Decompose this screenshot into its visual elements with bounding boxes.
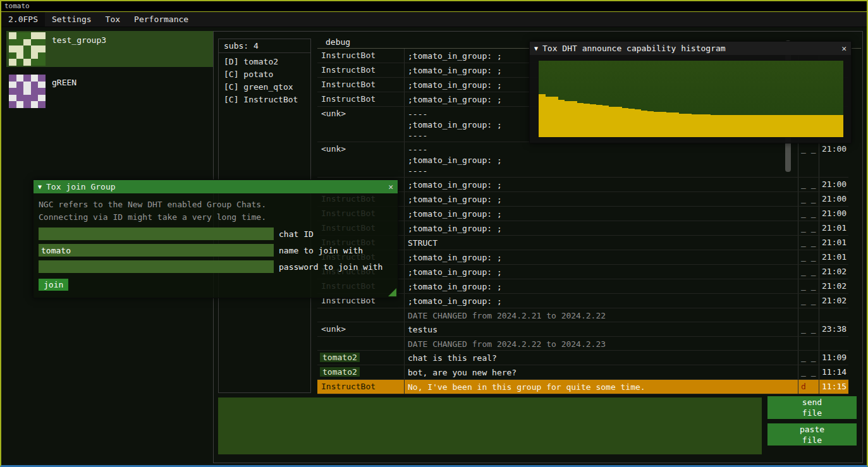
menu-tox[interactable]: Tox <box>99 12 127 27</box>
message-text: DATE CHANGED from 2024.2.22 to 2024.2.23 <box>404 337 798 350</box>
message-row[interactable]: <unk>---- ;tomato_in_group: ; ----_ _21:… <box>317 142 848 178</box>
join-password-label: password to join with <box>279 262 382 272</box>
group-list-item[interactable]: test_group3 <box>6 31 213 67</box>
message-flags: _ _ <box>798 250 819 264</box>
join-window-titlebar[interactable]: ▼ Tox join Group ✕ <box>34 180 398 193</box>
chat-id-label: chat ID <box>279 229 314 239</box>
title-bar[interactable]: tomato <box>1 1 867 12</box>
join-name-input[interactable] <box>39 244 274 257</box>
join-password-row: password to join with <box>39 260 393 273</box>
app-window: tomato 2.0FPS Settings Tox Performance t… <box>0 0 868 467</box>
system-message-row[interactable]: DATE CHANGED from 2024.2.21 to 2024.2.22 <box>317 308 848 322</box>
message-flags: _ _ <box>798 178 819 191</box>
message-text: bot, are you new here? <box>404 365 798 379</box>
message-text: ;tomato_in_group: ; <box>404 265 798 279</box>
collapse-icon[interactable]: ▼ <box>534 45 538 52</box>
sender-name: <unk> <box>320 109 347 118</box>
message-sender: <unk> <box>317 322 404 336</box>
message-sender: <unk> <box>317 142 404 177</box>
histogram-window: ▼ Tox DHT announce capability histogram … <box>529 41 852 143</box>
resize-grip-icon[interactable] <box>388 288 396 296</box>
tab-debug[interactable]: debug <box>317 36 358 49</box>
join-name-row: name to join with <box>39 244 393 257</box>
message-flags: _ _ <box>798 207 819 221</box>
message-sender: tomato2 <box>317 365 404 379</box>
message-row[interactable]: tomato2bot, are you new here?_ _11:14 <box>317 365 848 380</box>
member-list-item[interactable]: [C] green_qtox <box>219 81 310 94</box>
message-time: 21:01 <box>819 236 848 250</box>
member-list-item[interactable]: [C] potato <box>219 68 310 81</box>
join-name-label: name to join with <box>279 246 363 255</box>
histogram-window-title: Tox DHT announce capability histogram <box>542 44 837 53</box>
message-time: 21:02 <box>819 279 848 293</box>
histogram-plot <box>538 60 844 138</box>
member-list-item[interactable]: [C] InstructBot <box>219 94 310 106</box>
message-text: ;tomato_in_group: ; <box>404 178 798 191</box>
message-flags: _ _ <box>798 142 819 177</box>
histogram-window-titlebar[interactable]: ▼ Tox DHT announce capability histogram … <box>530 42 851 55</box>
message-sender: tomato2 <box>317 351 404 365</box>
close-icon[interactable]: ✕ <box>388 182 393 191</box>
message-text: testus <box>404 322 798 336</box>
window-title: tomato <box>4 2 30 10</box>
join-button[interactable]: join <box>39 279 68 291</box>
message-time: 21:01 <box>819 221 848 235</box>
join-info-line-2: Connecting via ID might take a very long… <box>39 211 393 224</box>
message-time <box>819 308 848 322</box>
message-time: 11:15 <box>819 380 848 394</box>
message-sender: InstructBot <box>317 380 404 394</box>
member-list-item[interactable]: [D] tomato2 <box>219 56 310 68</box>
join-password-input[interactable] <box>39 260 274 273</box>
subs-count: subs: 4 <box>219 39 310 53</box>
message-time: 21:00 <box>819 178 848 191</box>
paste-file-button[interactable]: paste file <box>767 423 857 446</box>
sender-name: InstructBot <box>320 51 377 60</box>
message-text: STRUCT <box>404 236 798 250</box>
message-row[interactable]: <unk>testus_ _23:38 <box>317 322 848 337</box>
message-text: ---- ;tomato_in_group: ; ---- <box>404 142 798 177</box>
message-time: 21:01 <box>819 250 848 264</box>
join-info-line-1: NGC refers to the New DHT enabled Group … <box>39 198 393 211</box>
message-text: ;tomato_in_group: ; <box>404 207 798 221</box>
message-row[interactable]: InstructBotNo, I've been in this group f… <box>317 380 848 394</box>
message-sender <box>317 308 404 322</box>
message-time: 11:14 <box>819 365 848 379</box>
message-flags: _ _ <box>798 265 819 279</box>
collapse-icon[interactable]: ▼ <box>38 183 42 190</box>
message-sender: <unk> <box>317 107 404 142</box>
send-file-button[interactable]: send file <box>767 396 857 419</box>
system-message-row[interactable]: DATE CHANGED from 2024.2.22 to 2024.2.23 <box>317 337 848 351</box>
sender-name: tomato2 <box>320 367 360 377</box>
message-sender: InstructBot <box>317 49 404 63</box>
message-flags: _ _ <box>798 192 819 206</box>
message-flags <box>798 337 819 350</box>
menu-settings[interactable]: Settings <box>45 12 99 27</box>
group-avatar <box>9 75 46 108</box>
group-name: gREEN <box>52 75 76 87</box>
message-flags: _ _ <box>798 322 819 336</box>
group-list-item[interactable]: gREEN <box>6 73 213 109</box>
message-text: ;tomato_in_group: ; <box>404 294 798 308</box>
sender-name: <unk> <box>320 324 347 334</box>
message-flags: _ _ <box>798 365 819 379</box>
fps-counter: 2.0FPS <box>1 12 45 27</box>
message-time <box>819 337 848 350</box>
close-icon[interactable]: ✕ <box>841 44 847 53</box>
message-time: 21:00 <box>819 142 848 177</box>
histogram-bar <box>837 115 844 137</box>
message-text: ;tomato_in_group: ; <box>404 192 798 206</box>
message-input[interactable] <box>218 397 762 454</box>
message-time: 21:00 <box>819 192 848 206</box>
menu-performance[interactable]: Performance <box>127 12 195 27</box>
message-time: 11:09 <box>819 351 848 365</box>
message-sender: InstructBot <box>317 63 404 77</box>
message-row[interactable]: tomato2chat is this real?_ _11:09 <box>317 351 848 365</box>
member-list: [D] tomato2[C] potato[C] green_qtox[C] I… <box>219 53 310 109</box>
message-flags: _ _ <box>798 221 819 235</box>
menu-bar: 2.0FPS Settings Tox Performance <box>1 12 867 27</box>
message-sender <box>317 337 404 350</box>
message-sender: InstructBot <box>317 92 404 106</box>
group-name: test_group3 <box>52 32 106 45</box>
chat-id-input[interactable] <box>39 227 274 240</box>
message-flags: _ _ <box>798 279 819 293</box>
